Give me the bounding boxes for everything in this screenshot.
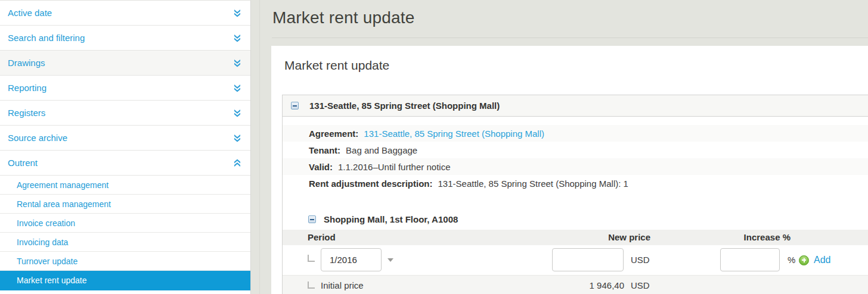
tree-branch-icon: [308, 255, 315, 262]
sidebar-item-reporting[interactable]: Reporting: [0, 76, 250, 101]
chevron-double-down-icon[interactable]: [234, 34, 241, 42]
valid-value: 1.1.2016–Until further notice: [338, 162, 450, 172]
collapse-minus-icon[interactable]: [291, 102, 299, 110]
sidebar-item-label: Source archive: [8, 133, 67, 143]
sidebar-subitem-label: Rental area management: [17, 199, 111, 209]
rent-adjustment-value: 131-Seattle, 85 Spring Street (Shopping …: [438, 179, 628, 189]
field-row-valid: Valid: 1.1.2016–Until further notice: [283, 158, 868, 175]
agreement-group-header: 131-Seattle, 85 Spring Street (Shopping …: [283, 95, 868, 117]
sidebar-subitem-label: Invoice creation: [17, 218, 75, 228]
sidebar-item-source-archive[interactable]: Source archive: [0, 126, 250, 151]
plus-circle-icon: [799, 255, 809, 265]
rental-area-title: Shopping Mall, 1st Floor, A1008: [324, 214, 458, 224]
chevron-double-down-icon[interactable]: [234, 9, 241, 17]
main-content: Market rent update Market rent update 13…: [252, 0, 868, 294]
sidebar-nav: Active date Search and filtering Drawing…: [0, 0, 251, 294]
sidebar-item-label: Active date: [8, 8, 52, 18]
initial-price-row: Initial price 1 946,40 USD: [283, 275, 868, 294]
sidebar-item-label: Registers: [8, 108, 45, 118]
rent-edit-row: USD % Add: [283, 245, 868, 275]
sidebar-item-label: Reporting: [8, 83, 46, 93]
sidebar-subitem-label: Agreement management: [17, 180, 108, 190]
percent-sign-label: %: [788, 245, 795, 275]
period-column-header: Period: [308, 232, 336, 242]
field-row-agreement: Agreement: 131-Seattle, 85 Spring Street…: [283, 125, 868, 142]
field-row-rent-adjustment: Rent adjustment description: 131-Seattle…: [283, 175, 868, 192]
market-rent-update-panel: Market rent update 131-Seattle, 85 Sprin…: [271, 46, 868, 294]
sidebar-item-registers[interactable]: Registers: [0, 101, 250, 126]
chevron-double-up-icon[interactable]: [234, 159, 241, 167]
agreement-fields: Agreement: 131-Seattle, 85 Spring Street…: [283, 125, 868, 192]
sidebar-item-label: Search and filtering: [8, 33, 85, 43]
sidebar-subitem-label: Market rent update: [17, 276, 87, 285]
increase-column-header: Increase %: [671, 232, 790, 242]
agreement-group: 131-Seattle, 85 Spring Street (Shopping …: [282, 95, 868, 294]
page-title: Market rent update: [252, 0, 868, 27]
new-price-input[interactable]: [552, 248, 624, 271]
rent-adjustment-label: Rent adjustment description:: [309, 179, 433, 189]
new-price-column-header: New price: [531, 232, 650, 242]
valid-label: Valid:: [309, 162, 333, 172]
agreement-group-title: 131-Seattle, 85 Spring Street (Shopping …: [309, 101, 500, 111]
chevron-double-down-icon[interactable]: [234, 59, 241, 67]
add-button[interactable]: Add: [799, 245, 830, 275]
field-row-tenant: Tenant: Bag and Baggage: [283, 142, 868, 158]
sidebar-item-rental-area-management[interactable]: Rental area management: [0, 195, 250, 214]
agreement-link[interactable]: 131-Seattle, 85 Spring Street (Shopping …: [364, 129, 544, 139]
sidebar-item-label: Outrent: [8, 158, 38, 168]
add-button-label: Add: [814, 255, 830, 265]
sidebar-item-label: Drawings: [8, 58, 45, 68]
initial-price-currency: USD: [631, 276, 650, 294]
tenant-label: Tenant:: [309, 145, 340, 155]
tree-branch-icon: [308, 282, 315, 289]
period-input[interactable]: [321, 248, 382, 271]
sidebar-subitem-label: Turnover update: [17, 257, 78, 266]
chevron-double-down-icon[interactable]: [234, 84, 241, 92]
chevron-double-down-icon[interactable]: [234, 109, 241, 117]
sidebar-item-invoicing-data[interactable]: Invoicing data: [0, 233, 250, 252]
sidebar-item-market-rent-update[interactable]: Market rent update: [0, 271, 250, 290]
sidebar-item-drawings[interactable]: Drawings: [0, 51, 250, 76]
collapse-minus-icon[interactable]: [308, 215, 316, 223]
title-divider: [272, 37, 868, 38]
tenant-value: Bag and Baggage: [346, 145, 417, 155]
sidebar-subitem-label: Invoicing data: [17, 237, 68, 247]
sidebar-item-search-and-filtering[interactable]: Search and filtering: [0, 26, 250, 51]
sidebar-item-agreement-management[interactable]: Agreement management: [0, 176, 250, 195]
rent-table-header: Period New price Increase %: [283, 230, 868, 245]
sidebar-item-active-date[interactable]: Active date: [0, 1, 250, 26]
period-dropdown-arrow-icon[interactable]: [388, 258, 393, 262]
sidebar-item-outrent[interactable]: Outrent: [0, 151, 250, 176]
rental-area-subgroup: Shopping Mall, 1st Floor, A1008 Period N…: [283, 208, 868, 294]
agreement-label: Agreement:: [309, 129, 358, 139]
currency-label: USD: [631, 245, 650, 275]
panel-heading: Market rent update: [271, 46, 868, 73]
initial-price-label: Initial price: [321, 276, 364, 294]
sidebar-item-invoice-creation[interactable]: Invoice creation: [0, 214, 250, 233]
chevron-double-down-icon[interactable]: [234, 134, 241, 142]
initial-price-value: 1 946,40: [505, 276, 624, 294]
rental-area-header: Shopping Mall, 1st Floor, A1008: [283, 208, 868, 230]
increase-percent-input[interactable]: [720, 248, 780, 271]
sidebar-item-turnover-update[interactable]: Turnover update: [0, 252, 250, 271]
app-window: Active date Search and filtering Drawing…: [0, 0, 868, 294]
